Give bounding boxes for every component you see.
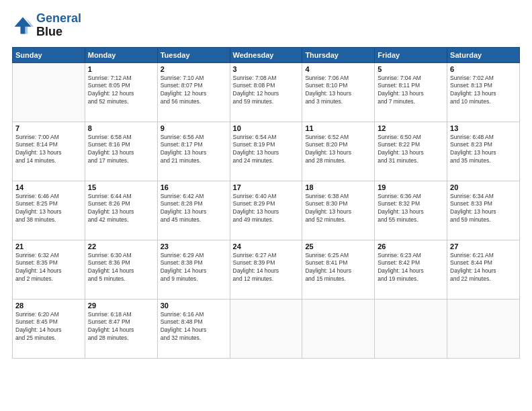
day-number: 1 [88,65,154,73]
calendar-cell: 3Sunrise: 7:08 AMSunset: 8:08 PMDaylight… [230,62,302,122]
calendar-cell: 2Sunrise: 7:10 AMSunset: 8:07 PMDaylight… [157,62,230,122]
day-info: Sunrise: 7:10 AMSunset: 8:07 PMDaylight:… [161,75,227,107]
weekday-header-saturday: Saturday [447,47,520,62]
calendar-cell [375,299,447,358]
weekday-header-row: SundayMondayTuesdayWednesdayThursdayFrid… [13,47,520,62]
day-number: 4 [305,65,371,73]
calendar-cell: 13Sunrise: 6:48 AMSunset: 8:23 PMDayligh… [447,122,520,181]
calendar-cell: 8Sunrise: 6:58 AMSunset: 8:16 PMDaylight… [85,122,157,181]
calendar-cell: 30Sunrise: 6:16 AMSunset: 8:48 PMDayligh… [157,299,230,358]
day-number: 10 [233,124,300,132]
day-info: Sunrise: 6:52 AMSunset: 8:20 PMDaylight:… [305,134,371,166]
day-info: Sunrise: 7:08 AMSunset: 8:08 PMDaylight:… [233,75,300,107]
day-info: Sunrise: 7:04 AMSunset: 8:11 PMDaylight:… [378,75,444,107]
calendar-cell: 21Sunrise: 6:32 AMSunset: 8:35 PMDayligh… [13,240,85,299]
day-info: Sunrise: 6:46 AMSunset: 8:25 PMDaylight:… [15,193,82,225]
day-info: Sunrise: 6:16 AMSunset: 8:48 PMDaylight:… [161,311,227,343]
calendar-cell: 22Sunrise: 6:30 AMSunset: 8:36 PMDayligh… [85,240,157,299]
day-info: Sunrise: 7:02 AMSunset: 8:13 PMDaylight:… [450,75,517,107]
calendar-cell: 20Sunrise: 6:34 AMSunset: 8:33 PMDayligh… [447,181,520,240]
calendar-cell: 11Sunrise: 6:52 AMSunset: 8:20 PMDayligh… [302,122,375,181]
calendar-cell: 23Sunrise: 6:29 AMSunset: 8:38 PMDayligh… [157,240,230,299]
calendar-cell: 25Sunrise: 6:25 AMSunset: 8:41 PMDayligh… [302,240,375,299]
day-info: Sunrise: 6:56 AMSunset: 8:17 PMDaylight:… [161,134,227,166]
week-row-4: 21Sunrise: 6:32 AMSunset: 8:35 PMDayligh… [13,240,520,299]
week-row-1: 1Sunrise: 7:12 AMSunset: 8:05 PMDaylight… [13,62,520,122]
day-info: Sunrise: 6:36 AMSunset: 8:32 PMDaylight:… [378,193,444,225]
day-number: 21 [15,242,82,250]
page: General Blue SundayMondayTuesdayWednesda… [0,0,532,411]
day-info: Sunrise: 6:29 AMSunset: 8:38 PMDaylight:… [161,252,227,284]
day-info: Sunrise: 6:18 AMSunset: 8:47 PMDaylight:… [88,311,154,343]
weekday-header-monday: Monday [85,47,157,62]
day-info: Sunrise: 6:21 AMSunset: 8:44 PMDaylight:… [450,252,517,284]
day-info: Sunrise: 6:23 AMSunset: 8:42 PMDaylight:… [378,252,444,284]
day-number: 13 [450,124,517,132]
day-number: 23 [161,242,227,250]
day-number: 15 [88,183,154,191]
day-info: Sunrise: 6:30 AMSunset: 8:36 PMDaylight:… [88,252,154,284]
weekday-header-tuesday: Tuesday [157,47,230,62]
day-number: 12 [378,124,444,132]
calendar-cell: 26Sunrise: 6:23 AMSunset: 8:42 PMDayligh… [375,240,447,299]
weekday-header-thursday: Thursday [302,47,375,62]
day-number: 8 [88,124,154,132]
calendar-cell: 19Sunrise: 6:36 AMSunset: 8:32 PMDayligh… [375,181,447,240]
day-number: 27 [450,242,517,250]
calendar-cell: 12Sunrise: 6:50 AMSunset: 8:22 PMDayligh… [375,122,447,181]
day-number: 18 [305,183,371,191]
day-info: Sunrise: 6:40 AMSunset: 8:29 PMDaylight:… [233,193,300,225]
logo: General Blue [12,12,81,39]
day-number: 25 [305,242,371,250]
logo-subtext: Blue [36,26,81,39]
day-info: Sunrise: 6:48 AMSunset: 8:23 PMDaylight:… [450,134,517,166]
day-number: 11 [305,124,371,132]
day-number: 2 [161,65,227,73]
day-info: Sunrise: 6:32 AMSunset: 8:35 PMDaylight:… [15,252,82,284]
day-info: Sunrise: 7:06 AMSunset: 8:10 PMDaylight:… [305,75,371,107]
calendar-cell: 7Sunrise: 7:00 AMSunset: 8:14 PMDaylight… [13,122,85,181]
weekday-header-friday: Friday [375,47,447,62]
day-info: Sunrise: 6:44 AMSunset: 8:26 PMDaylight:… [88,193,154,225]
week-row-3: 14Sunrise: 6:46 AMSunset: 8:25 PMDayligh… [13,181,520,240]
calendar-cell: 1Sunrise: 7:12 AMSunset: 8:05 PMDaylight… [85,62,157,122]
logo-icon [12,15,34,36]
calendar-cell [13,62,85,122]
day-number: 16 [161,183,227,191]
day-info: Sunrise: 6:27 AMSunset: 8:39 PMDaylight:… [233,252,300,284]
day-info: Sunrise: 6:38 AMSunset: 8:30 PMDaylight:… [305,193,371,225]
svg-marker-0 [15,17,32,34]
day-number: 29 [88,302,154,310]
header: General Blue [12,12,520,39]
calendar-cell: 4Sunrise: 7:06 AMSunset: 8:10 PMDaylight… [302,62,375,122]
calendar-cell: 9Sunrise: 6:56 AMSunset: 8:17 PMDaylight… [157,122,230,181]
day-number: 6 [450,65,517,73]
day-number: 3 [233,65,300,73]
calendar-cell: 15Sunrise: 6:44 AMSunset: 8:26 PMDayligh… [85,181,157,240]
calendar-cell: 10Sunrise: 6:54 AMSunset: 8:19 PMDayligh… [230,122,302,181]
calendar-cell: 14Sunrise: 6:46 AMSunset: 8:25 PMDayligh… [13,181,85,240]
logo-text: General [36,12,81,26]
day-number: 19 [378,183,444,191]
calendar-cell: 17Sunrise: 6:40 AMSunset: 8:29 PMDayligh… [230,181,302,240]
day-info: Sunrise: 6:54 AMSunset: 8:19 PMDaylight:… [233,134,300,166]
weekday-header-sunday: Sunday [13,47,85,62]
calendar: SundayMondayTuesdayWednesdayThursdayFrid… [12,47,520,359]
day-number: 5 [378,65,444,73]
day-number: 30 [161,302,227,310]
day-info: Sunrise: 6:50 AMSunset: 8:22 PMDaylight:… [378,134,444,166]
day-number: 7 [15,124,82,132]
calendar-cell: 18Sunrise: 6:38 AMSunset: 8:30 PMDayligh… [302,181,375,240]
calendar-cell: 5Sunrise: 7:04 AMSunset: 8:11 PMDaylight… [375,62,447,122]
calendar-cell: 29Sunrise: 6:18 AMSunset: 8:47 PMDayligh… [85,299,157,358]
calendar-cell: 16Sunrise: 6:42 AMSunset: 8:28 PMDayligh… [157,181,230,240]
week-row-5: 28Sunrise: 6:20 AMSunset: 8:45 PMDayligh… [13,299,520,358]
day-info: Sunrise: 6:42 AMSunset: 8:28 PMDaylight:… [161,193,227,225]
weekday-header-wednesday: Wednesday [230,47,302,62]
day-info: Sunrise: 6:25 AMSunset: 8:41 PMDaylight:… [305,252,371,284]
calendar-cell: 27Sunrise: 6:21 AMSunset: 8:44 PMDayligh… [447,240,520,299]
calendar-cell: 6Sunrise: 7:02 AMSunset: 8:13 PMDaylight… [447,62,520,122]
day-number: 26 [378,242,444,250]
day-number: 24 [233,242,300,250]
day-number: 9 [161,124,227,132]
